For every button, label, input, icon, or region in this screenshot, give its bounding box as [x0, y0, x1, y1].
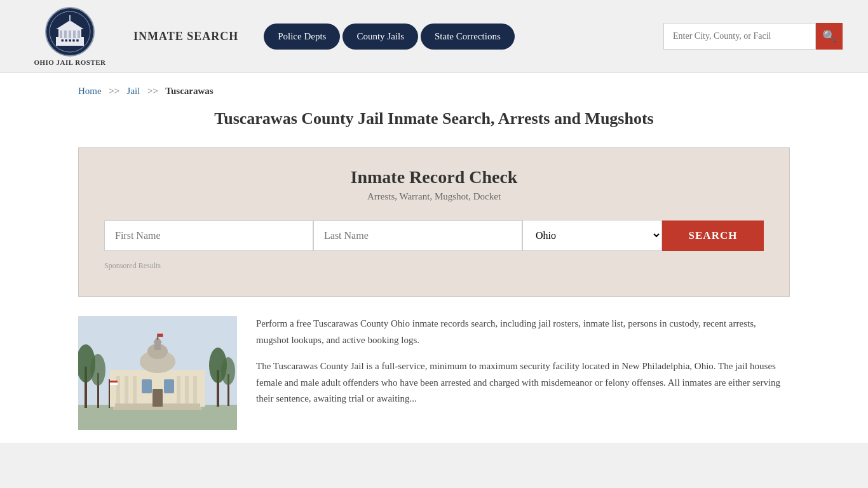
- svg-rect-5: [64, 30, 67, 38]
- main-content: Home >> Jail >> Tuscarawas Tuscarawas Co…: [53, 73, 815, 443]
- svg-rect-37: [113, 407, 202, 410]
- breadcrumb-sep-2: >>: [145, 86, 160, 96]
- last-name-input[interactable]: [313, 220, 522, 251]
- logo-text: Ohio Jail Roster: [34, 58, 105, 66]
- record-check-subtitle: Arrests, Warrant, Mugshot, Docket: [104, 191, 764, 202]
- description-para-2: The Tuscarawas County Jail is a full-ser…: [256, 358, 790, 407]
- content-section: Perform a free Tuscarawas County Ohio in…: [78, 316, 790, 430]
- search-icon: 🔍: [822, 29, 836, 43]
- breadcrumb-home[interactable]: Home: [78, 86, 102, 96]
- svg-rect-24: [148, 360, 167, 370]
- record-search-button[interactable]: SEARCH: [662, 220, 764, 251]
- nav-state-corrections[interactable]: State Corrections: [421, 24, 515, 50]
- header-search-input[interactable]: [663, 23, 816, 50]
- svg-rect-7: [73, 30, 76, 38]
- svg-rect-45: [110, 383, 118, 385]
- nav-county-jails[interactable]: County Jails: [342, 24, 418, 50]
- search-form: Ohio Alabama Alaska Arizona Arkansas Cal…: [104, 220, 764, 251]
- svg-rect-30: [158, 334, 163, 337]
- svg-rect-32: [125, 376, 128, 407]
- first-name-input[interactable]: [104, 220, 313, 251]
- svg-rect-4: [60, 30, 62, 38]
- svg-rect-34: [177, 376, 180, 407]
- logo-area: ■ ■ ■ ■ ■ Ohio Jail Roster: [25, 6, 114, 66]
- svg-rect-36: [193, 376, 197, 407]
- svg-rect-27: [154, 342, 161, 350]
- inmate-search-label: INMATE SEARCH: [133, 30, 238, 43]
- svg-text:■ ■ ■ ■ ■: ■ ■ ■ ■ ■: [61, 38, 79, 43]
- header-search-area: 🔍: [663, 23, 843, 50]
- nav-police-depts[interactable]: Police Depts: [264, 24, 340, 50]
- svg-rect-8: [78, 30, 80, 38]
- nav-buttons: Police Depts County Jails State Correcti…: [264, 24, 515, 50]
- courthouse-svg: [78, 316, 237, 430]
- svg-rect-6: [69, 30, 71, 38]
- header: ■ ■ ■ ■ ■ Ohio Jail Roster INMATE SEARCH…: [0, 0, 868, 73]
- breadcrumb-sep-1: >>: [106, 86, 121, 96]
- record-check-title: Inmate Record Check: [104, 167, 764, 187]
- logo-icon: ■ ■ ■ ■ ■: [44, 6, 95, 57]
- svg-rect-10: [69, 15, 71, 22]
- description-para-1: Perform a free Tuscarawas County Ohio in…: [256, 316, 790, 348]
- sponsored-results-label: Sponsored Results: [104, 261, 764, 271]
- courthouse-image: [78, 316, 237, 430]
- content-text: Perform a free Tuscarawas County Ohio in…: [256, 316, 790, 430]
- breadcrumb-jail[interactable]: Jail: [127, 86, 140, 96]
- svg-rect-35: [185, 376, 189, 407]
- svg-rect-29: [157, 334, 158, 340]
- svg-rect-33: [133, 376, 137, 407]
- svg-point-17: [90, 354, 105, 386]
- state-select[interactable]: Ohio Alabama Alaska Arizona Arkansas Cal…: [522, 220, 662, 251]
- breadcrumb-current: Tuscarawas: [165, 86, 213, 96]
- svg-rect-40: [164, 379, 174, 393]
- svg-rect-39: [142, 379, 152, 393]
- svg-rect-41: [153, 389, 163, 407]
- record-check-box: Inmate Record Check Arrests, Warrant, Mu…: [78, 147, 790, 297]
- svg-rect-42: [109, 379, 110, 408]
- header-search-button[interactable]: 🔍: [816, 23, 843, 50]
- page-title: Tuscarawas County Jail Inmate Search, Ar…: [78, 109, 790, 128]
- svg-rect-44: [110, 381, 118, 383]
- breadcrumb: Home >> Jail >> Tuscarawas: [78, 86, 790, 97]
- svg-point-21: [221, 357, 235, 385]
